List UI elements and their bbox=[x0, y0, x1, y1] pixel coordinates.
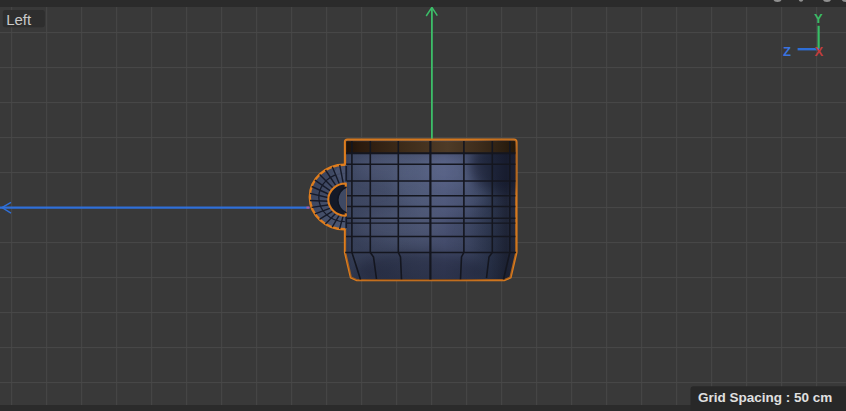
svg-text:Left: Left bbox=[6, 11, 32, 28]
svg-text:Y: Y bbox=[814, 11, 823, 26]
svg-text:Grid Spacing : 50 cm: Grid Spacing : 50 cm bbox=[698, 390, 832, 405]
svg-text:Z: Z bbox=[783, 44, 791, 59]
svg-text:X: X bbox=[815, 44, 824, 59]
